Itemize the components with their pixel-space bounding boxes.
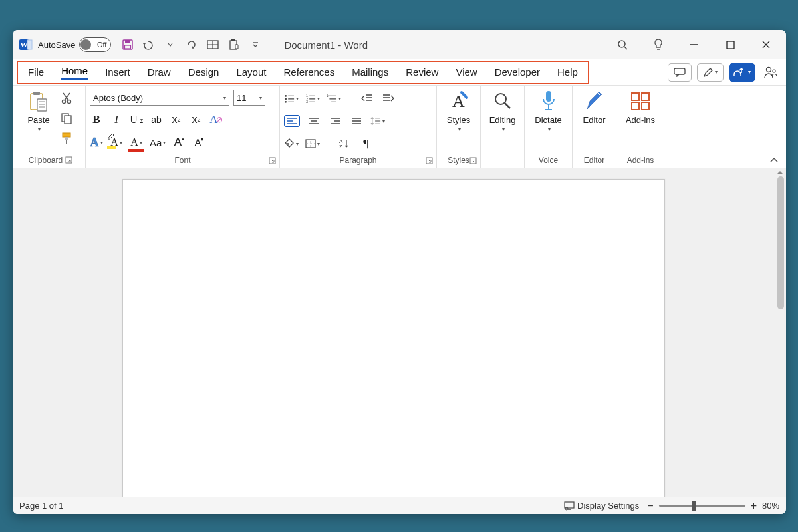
svg-point-12: [618, 41, 625, 47]
italic-button[interactable]: I: [110, 112, 123, 127]
minimize-icon[interactable]: [682, 33, 706, 57]
align-right-button[interactable]: [328, 114, 342, 128]
copy-icon[interactable]: [59, 111, 74, 126]
account-icon[interactable]: [761, 63, 779, 82]
bold-button[interactable]: B: [90, 112, 103, 127]
decrease-indent-button[interactable]: [360, 91, 374, 106]
align-center-button[interactable]: [307, 114, 321, 128]
editing-button[interactable]: Editing▾: [485, 88, 520, 132]
increase-indent-button[interactable]: [381, 91, 396, 106]
numbering-button[interactable]: 123▾: [305, 91, 320, 106]
tab-mailings[interactable]: Mailings: [343, 62, 397, 83]
clipboard-launcher-icon[interactable]: [65, 156, 73, 164]
autosave-toggle[interactable]: AutoSave Off: [38, 37, 111, 52]
redo-icon[interactable]: [184, 37, 199, 52]
vertical-scrollbar[interactable]: [776, 168, 785, 497]
font-name-combo[interactable]: Aptos (Body)▾: [90, 90, 229, 106]
svg-rect-85: [546, 91, 551, 102]
bullets-button[interactable]: ▾: [284, 91, 299, 106]
paragraph-launcher-icon[interactable]: [426, 157, 434, 165]
styles-button[interactable]: A Styles▾: [441, 88, 476, 132]
display-settings-button[interactable]: Display Settings: [564, 501, 639, 511]
maximize-icon[interactable]: [718, 33, 742, 57]
text-effects-button[interactable]: A▾: [90, 135, 103, 150]
tab-file[interactable]: File: [19, 62, 53, 83]
clear-formatting-button[interactable]: A⊘: [209, 112, 223, 127]
svg-rect-35: [65, 137, 68, 140]
tab-references[interactable]: References: [275, 62, 343, 83]
lightbulb-icon[interactable]: [646, 33, 670, 57]
scroll-up-icon[interactable]: [776, 168, 784, 176]
comments-button[interactable]: [668, 63, 692, 82]
underline-button[interactable]: U▾: [130, 112, 143, 127]
addins-button[interactable]: Add-ins: [622, 88, 658, 125]
cut-icon[interactable]: [59, 91, 74, 106]
svg-rect-88: [632, 93, 639, 100]
collapse-ribbon-icon[interactable]: [762, 86, 786, 168]
word-window: W AutoSave Off Document1 - Word File: [13, 30, 786, 514]
svg-point-30: [63, 100, 66, 104]
line-spacing-button[interactable]: ▾: [370, 114, 385, 128]
change-case-button[interactable]: Aa▾: [150, 135, 166, 150]
borders-button[interactable]: ▾: [305, 136, 320, 151]
font-color-button[interactable]: A▾: [130, 135, 143, 150]
tab-home[interactable]: Home: [53, 62, 96, 83]
table-icon[interactable]: [205, 37, 220, 52]
paste-qat-icon[interactable]: [227, 37, 241, 52]
shrink-font-button[interactable]: A▾: [192, 135, 205, 150]
svg-point-21: [773, 70, 775, 72]
ribbon-tabs: File Home Insert Draw Design Layout Refe…: [13, 59, 786, 86]
undo-dropdown-icon[interactable]: [163, 37, 178, 52]
highlight-button[interactable]: A▾: [110, 135, 123, 150]
zoom-in-button[interactable]: +: [751, 500, 757, 512]
shading-button[interactable]: ▾: [284, 136, 299, 151]
scrollbar-thumb[interactable]: [777, 176, 784, 309]
document-page[interactable]: [122, 179, 665, 497]
tab-review[interactable]: Review: [397, 62, 447, 83]
editor-button[interactable]: Editor: [577, 88, 612, 125]
paragraph-label: Paragraph: [339, 156, 376, 165]
align-left-button[interactable]: [284, 115, 300, 127]
tab-design[interactable]: Design: [180, 62, 228, 83]
share-button[interactable]: ▾: [729, 63, 755, 82]
tab-view[interactable]: View: [447, 62, 485, 83]
strikethrough-button[interactable]: ab: [150, 112, 163, 127]
tab-draw[interactable]: Draw: [139, 62, 180, 83]
paste-button[interactable]: Paste ▾: [21, 88, 57, 132]
editing-mode-button[interactable]: ▾: [697, 63, 724, 82]
grow-font-button[interactable]: A▴: [172, 135, 186, 150]
status-bar: Page 1 of 1 Display Settings − + 80%: [13, 497, 786, 514]
zoom-out-button[interactable]: −: [647, 500, 653, 512]
editor-icon: [585, 88, 604, 114]
title-bar: W AutoSave Off Document1 - Word: [13, 30, 786, 59]
tab-developer[interactable]: Developer: [486, 62, 549, 83]
customize-qat-icon[interactable]: [248, 37, 263, 52]
group-voice: Dictate▾ Voice: [525, 86, 573, 168]
tab-layout[interactable]: Layout: [227, 62, 275, 83]
dictate-button[interactable]: Dictate▾: [531, 88, 567, 132]
tab-insert[interactable]: Insert: [96, 62, 139, 83]
subscript-button[interactable]: x2: [170, 112, 183, 127]
zoom-slider[interactable]: [659, 505, 745, 507]
justify-button[interactable]: [349, 114, 364, 128]
search-icon[interactable]: [610, 33, 634, 57]
format-painter-icon[interactable]: [59, 131, 74, 146]
close-icon[interactable]: [754, 33, 778, 57]
svg-point-42: [285, 101, 287, 103]
page-indicator[interactable]: Page 1 of 1: [19, 501, 64, 511]
save-icon[interactable]: [120, 37, 135, 52]
multilevel-list-button[interactable]: 1▾: [327, 91, 341, 106]
sort-button[interactable]: AZ: [337, 136, 352, 151]
document-area: [13, 168, 786, 497]
svg-rect-5: [125, 45, 131, 49]
superscript-button[interactable]: x2: [190, 112, 203, 127]
font-size-combo[interactable]: 11▾: [233, 90, 265, 106]
undo-icon[interactable]: [142, 37, 156, 52]
font-launcher-icon[interactable]: [269, 157, 277, 165]
zoom-value[interactable]: 80%: [762, 501, 779, 511]
show-marks-button[interactable]: ¶: [358, 136, 373, 151]
svg-rect-2: [27, 40, 32, 49]
styles-launcher-icon[interactable]: [469, 157, 477, 165]
tab-help[interactable]: Help: [549, 62, 587, 83]
svg-text:3: 3: [306, 100, 308, 103]
